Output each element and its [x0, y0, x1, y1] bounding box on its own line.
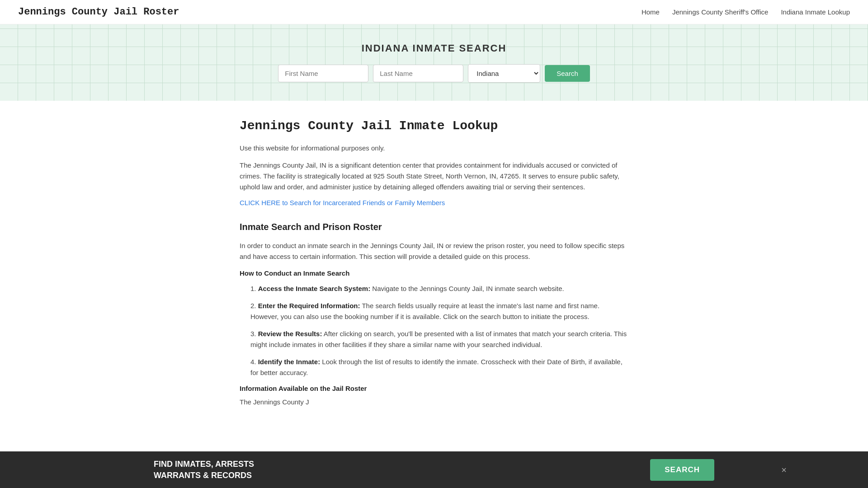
section1-heading: Inmate Search and Prison Roster — [240, 222, 628, 232]
info-paragraph: The Jennings County J — [240, 397, 628, 408]
intro-note: Use this website for informational purpo… — [240, 143, 628, 154]
step-1-bold: Access the Inmate Search System: — [258, 285, 370, 292]
step-2: Enter the Required Information: The sear… — [249, 300, 628, 322]
nav-inmate-lookup[interactable]: Indiana Inmate Lookup — [781, 8, 850, 16]
section1-paragraph: In order to conduct an inmate search in … — [240, 240, 628, 262]
info-heading: Information Available on the Jail Roster — [240, 385, 628, 392]
step-4: Identify the Inmate: Look through the li… — [249, 357, 628, 378]
hero-banner: INDIANA INMATE SEARCH AlabamaAlaskaArizo… — [0, 24, 868, 101]
first-name-input[interactable] — [278, 65, 368, 82]
hero-title: INDIANA INMATE SEARCH — [362, 42, 507, 54]
state-select[interactable]: AlabamaAlaskaArizonaArkansasCaliforniaCo… — [468, 64, 540, 83]
nav-links: Home Jennings County Sheriff's Office In… — [642, 8, 850, 16]
inmate-search-form: AlabamaAlaskaArizonaArkansasCaliforniaCo… — [278, 64, 590, 83]
navbar: Jennings County Jail Roster Home Jenning… — [0, 0, 868, 24]
search-button[interactable]: Search — [545, 65, 590, 82]
main-content: Jennings County Jail Inmate Lookup Use t… — [231, 101, 637, 448]
nav-home[interactable]: Home — [642, 8, 660, 16]
step-1-text: Navigate to the Jennings County Jail, IN… — [370, 285, 564, 292]
site-title[interactable]: Jennings County Jail Roster — [18, 6, 179, 18]
step-4-bold: Identify the Inmate: — [258, 358, 321, 366]
step-3-bold: Review the Results: — [258, 330, 322, 338]
step-1: Access the Inmate Search System: Navigat… — [249, 283, 628, 294]
intro-paragraph: The Jennings County Jail, IN is a signif… — [240, 160, 628, 192]
step-3: Review the Results: After clicking on se… — [249, 328, 628, 350]
nav-sheriffs-office[interactable]: Jennings County Sheriff's Office — [672, 8, 768, 16]
page-heading: Jennings County Jail Inmate Lookup — [240, 119, 628, 133]
step-2-bold: Enter the Required Information: — [258, 302, 360, 310]
incarcerated-search-link[interactable]: CLICK HERE to Search for Incarcerated Fr… — [240, 199, 445, 206]
steps-heading: How to Conduct an Inmate Search — [240, 269, 628, 277]
steps-list: Access the Inmate Search System: Navigat… — [249, 283, 628, 378]
last-name-input[interactable] — [373, 65, 463, 82]
